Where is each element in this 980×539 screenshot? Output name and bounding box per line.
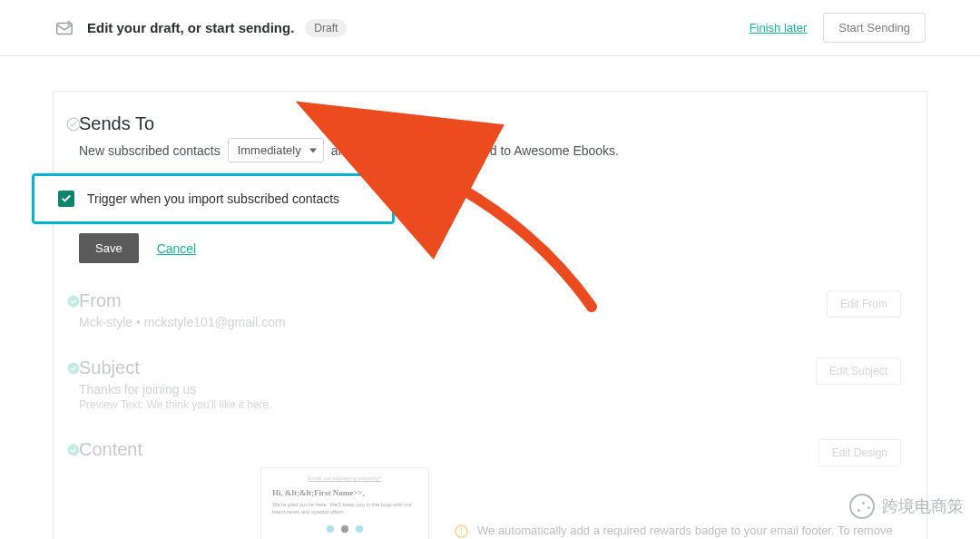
sends-to-title: Sends To xyxy=(79,113,901,134)
subject-title: Subject xyxy=(79,358,901,378)
check-circle-icon xyxy=(66,443,81,457)
trigger-import-label: Trigger when you import subscribed conta… xyxy=(87,191,339,206)
wechat-icon xyxy=(849,494,875,519)
start-sending-button[interactable]: Start Sending xyxy=(823,13,926,43)
section-subject: Subject Thanks for joining us Preview Te… xyxy=(79,344,901,426)
finish-later-link[interactable]: Finish later xyxy=(750,21,808,34)
save-button[interactable]: Save xyxy=(79,233,139,263)
campaign-card: Sends To New subscribed contacts Immedia… xyxy=(53,91,927,539)
content-notes: We automatically add a required rewards … xyxy=(455,467,901,539)
content-title: Content xyxy=(79,439,901,460)
check-circle-icon xyxy=(66,361,81,376)
email-preview-thumbnail[interactable]: Email not displaying correctly? Hi, &lt;… xyxy=(260,467,429,539)
section-content: Content Edit Design Email not displaying… xyxy=(79,426,901,539)
from-title: From xyxy=(79,290,901,311)
watermark-text: 跨境电商策 xyxy=(882,495,964,517)
edit-from-button[interactable]: Edit From xyxy=(827,290,901,318)
section-from: From Mck-style • mckstyle101@gmail.com E… xyxy=(79,278,901,344)
watermark: 跨境电商策 xyxy=(849,494,964,519)
check-circle-icon xyxy=(66,117,81,132)
sends-to-prefix: New subscribed contacts xyxy=(79,143,220,158)
timing-select[interactable]: Immediately xyxy=(228,138,324,162)
from-value: Mck-style • mckstyle101@gmail.com xyxy=(79,315,901,329)
check-circle-icon xyxy=(66,294,81,309)
edit-subject-button[interactable]: Edit Subject xyxy=(816,358,901,385)
section-sends-to: Sends To New subscribed contacts Immedia… xyxy=(79,101,901,278)
edit-design-button[interactable]: Edit Design xyxy=(818,439,901,466)
trigger-import-highlight: Trigger when you import subscribed conta… xyxy=(32,173,395,224)
warning-icon xyxy=(455,524,468,538)
preview-greeting: Hi, &lt;&lt;First Name>>, xyxy=(272,488,417,497)
svg-rect-0 xyxy=(57,23,73,34)
preview-social-icons xyxy=(272,525,417,533)
topbar: Edit your draft, or start sending. Draft… xyxy=(0,0,980,56)
preview-header-link: Email not displaying correctly? xyxy=(272,475,417,481)
trigger-import-checkbox[interactable] xyxy=(58,191,74,207)
topbar-title: Edit your draft, or start sending. xyxy=(87,20,294,35)
timing-select-value: Immediately xyxy=(238,143,301,157)
draft-badge: Draft xyxy=(305,19,347,37)
mail-outbox-icon xyxy=(54,18,74,38)
subject-preview: Preview Text: We think you'll like it he… xyxy=(79,398,901,411)
cancel-link[interactable]: Cancel xyxy=(157,241,197,256)
subject-value: Thanks for joining us xyxy=(79,382,901,397)
preview-body: We're glad you're here. We'll keep you i… xyxy=(272,501,417,516)
chevron-down-icon xyxy=(309,148,317,152)
sends-to-suffix: after they join or are imported to Aweso… xyxy=(331,143,619,158)
note-rewards-badge: We automatically add a required rewards … xyxy=(455,524,901,539)
